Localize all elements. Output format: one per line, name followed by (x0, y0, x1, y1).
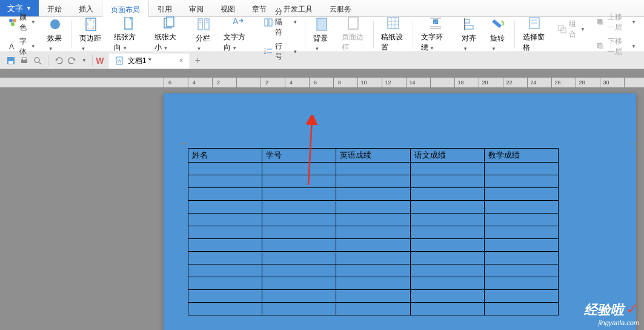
table-cell[interactable] (410, 226, 484, 239)
preview-icon[interactable] (33, 56, 42, 66)
table-cell[interactable] (336, 226, 410, 239)
data-table[interactable]: 姓名学号英语成绩语文成绩数学成绩 (188, 148, 559, 315)
table-cell[interactable] (484, 226, 558, 239)
table-cell[interactable] (336, 290, 410, 303)
table-cell[interactable] (262, 290, 336, 303)
table-header-cell[interactable]: 学号 (262, 149, 336, 163)
add-tab-button[interactable]: + (195, 55, 201, 66)
table-cell[interactable] (410, 277, 484, 290)
menu-insert[interactable]: 插入 (70, 0, 102, 16)
horizontal-ruler[interactable]: 642246810121418202224262830343638424446 (0, 78, 644, 87)
table-cell[interactable] (484, 290, 558, 303)
page-border-button[interactable]: 页面边框 (338, 14, 369, 55)
table-cell[interactable] (410, 264, 484, 277)
table-cell[interactable] (336, 163, 410, 175)
table-cell[interactable] (484, 214, 558, 226)
table-cell[interactable] (484, 264, 558, 277)
redo-icon[interactable] (67, 56, 77, 66)
table-cell[interactable] (336, 175, 410, 188)
send-back-button[interactable]: 下移一层 ▼ (593, 35, 639, 59)
page-margin-button[interactable]: 页边距▼ (76, 15, 105, 54)
select-pane-button[interactable]: 选择窗格 (519, 14, 550, 55)
table-header-cell[interactable]: 姓名 (188, 149, 262, 163)
save-icon[interactable] (6, 56, 16, 66)
table-cell[interactable] (262, 277, 336, 290)
table-row[interactable] (188, 252, 559, 264)
document-tab[interactable]: W 文档1 * × (108, 53, 190, 69)
table-cell[interactable] (188, 175, 262, 188)
table-cell[interactable] (336, 252, 410, 264)
qat-dropdown-icon[interactable]: ▼ (82, 58, 87, 63)
table-cell[interactable] (188, 163, 262, 175)
table-cell[interactable] (410, 175, 484, 188)
table-cell[interactable] (484, 303, 558, 315)
table-row[interactable] (188, 264, 559, 277)
table-cell[interactable] (188, 201, 262, 214)
grid-paper-button[interactable]: 稿纸设置 (377, 14, 408, 55)
effect-button[interactable]: 效果▼ (44, 15, 67, 54)
align-button[interactable]: 对齐▼ (458, 15, 482, 54)
undo-icon[interactable] (54, 56, 64, 66)
table-cell[interactable] (336, 303, 410, 315)
table-cell[interactable] (336, 188, 410, 201)
table-cell[interactable] (262, 175, 336, 188)
table-header-cell[interactable]: 语文成绩 (410, 149, 484, 163)
separator-button[interactable]: 分隔符 ▼ (261, 5, 300, 39)
table-cell[interactable] (410, 252, 484, 264)
table-cell[interactable] (188, 226, 262, 239)
table-cell[interactable] (484, 175, 558, 188)
table-cell[interactable] (336, 264, 410, 277)
table-cell[interactable] (262, 264, 336, 277)
color-button[interactable]: 颜色 ▼ (5, 10, 39, 35)
table-header-row[interactable]: 姓名学号英语成绩语文成绩数学成绩 (188, 149, 559, 163)
table-cell[interactable] (484, 277, 558, 290)
table-row[interactable] (188, 303, 559, 315)
table-cell[interactable] (262, 201, 336, 214)
table-row[interactable] (188, 239, 559, 252)
table-cell[interactable] (410, 290, 484, 303)
table-cell[interactable] (336, 239, 410, 252)
table-cell[interactable] (484, 239, 558, 252)
table-cell[interactable] (410, 303, 484, 315)
table-header-cell[interactable]: 英语成绩 (336, 149, 410, 163)
table-cell[interactable] (484, 163, 558, 175)
table-cell[interactable] (188, 188, 262, 201)
paper-size-button[interactable]: 纸张大小▼ (151, 14, 187, 55)
paper-direction-button[interactable]: 纸张方向▼ (110, 14, 146, 55)
rotate-button[interactable]: 旋转▼ (486, 15, 510, 54)
table-cell[interactable] (410, 163, 484, 175)
background-button[interactable]: 背景▼ (310, 15, 333, 54)
table-cell[interactable] (336, 277, 410, 290)
bring-front-button[interactable]: 上移一层 ▼ (593, 10, 639, 35)
table-cell[interactable] (262, 226, 336, 239)
table-cell[interactable] (336, 201, 410, 214)
table-row[interactable] (188, 163, 559, 175)
table-cell[interactable] (484, 201, 558, 214)
table-cell[interactable] (188, 252, 262, 264)
table-cell[interactable] (484, 252, 558, 264)
table-cell[interactable] (410, 239, 484, 252)
close-tab-icon[interactable]: × (179, 56, 184, 65)
table-row[interactable] (188, 290, 559, 303)
table-cell[interactable] (188, 303, 262, 315)
group-button[interactable]: 组合 ▼ (554, 17, 588, 41)
menu-page-layout[interactable]: 页面布局 (102, 1, 149, 17)
table-header-cell[interactable]: 数学成绩 (484, 149, 558, 163)
table-row[interactable] (188, 201, 559, 214)
table-cell[interactable] (410, 214, 484, 226)
page[interactable]: ⌐ ¬ 姓名学号英语成绩语文成绩数学成绩 (164, 93, 636, 330)
table-cell[interactable] (262, 252, 336, 264)
table-row[interactable] (188, 214, 559, 226)
table-cell[interactable] (262, 188, 336, 201)
table-cell[interactable] (262, 303, 336, 315)
table-cell[interactable] (188, 264, 262, 277)
menu-start[interactable]: 开始 (39, 0, 70, 16)
table-cell[interactable] (262, 163, 336, 175)
table-cell[interactable] (262, 239, 336, 252)
table-row[interactable] (188, 277, 559, 290)
table-cell[interactable] (188, 214, 262, 226)
table-cell[interactable] (410, 201, 484, 214)
table-cell[interactable] (188, 290, 262, 303)
text-wrap-button[interactable]: 文字环绕▼ (417, 14, 453, 55)
table-row[interactable] (188, 188, 559, 201)
